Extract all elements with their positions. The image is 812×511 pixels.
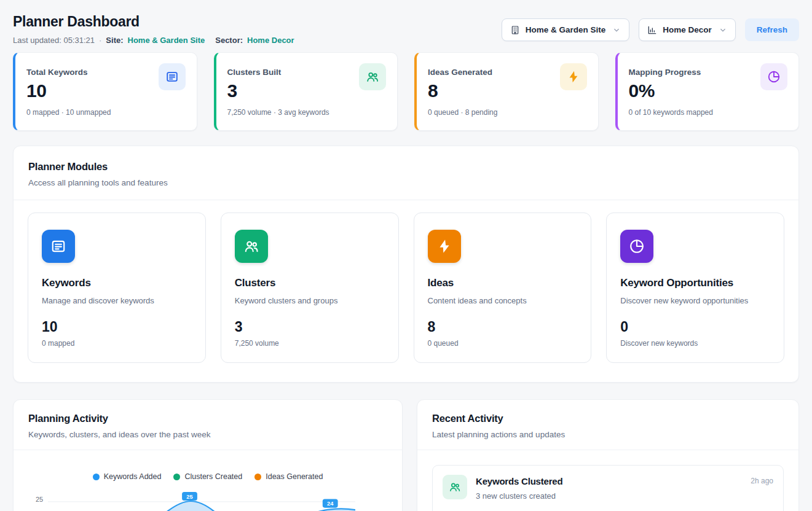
legend-label: Ideas Generated: [266, 472, 323, 481]
module-sub: 7,250 volume: [235, 339, 385, 348]
chevron-down-icon: [612, 26, 621, 34]
last-updated-text: Last updated: 05:31:21: [13, 36, 95, 45]
building-icon: [510, 25, 520, 35]
page-header: Planner Dashboard Last updated: 05:31:21…: [13, 10, 799, 45]
module-desc: Content ideas and concepts: [428, 296, 578, 305]
activity-item-keywords-clustered: Keywords Clustered 3 new clusters create…: [432, 465, 784, 511]
chevron-down-icon: [719, 26, 727, 34]
module-sub: 0 mapped: [42, 339, 192, 348]
module-value: 0: [620, 320, 770, 334]
meta-row: Last updated: 05:31:21 · Site: Home & Ga…: [13, 36, 294, 45]
stat-card-clusters-built: Clusters Built 3 7,250 volume · 3 avg ke…: [214, 52, 398, 131]
modules-grid: Keywords Manage and discover keywords 10…: [14, 200, 798, 382]
planning-activity-panel: Planning Activity Keywords, clusters, an…: [13, 399, 403, 511]
planner-dashboard-page: Planner Dashboard Last updated: 05:31:21…: [0, 0, 812, 511]
activity-list: Keywords Clustered 3 new clusters create…: [417, 450, 798, 511]
module-sub: Discover new keywords: [620, 339, 770, 348]
stats-row: Total Keywords 10 0 mapped · 10 unmapped…: [13, 52, 799, 131]
module-desc: Manage and discover keywords: [42, 296, 192, 305]
module-desc: Keyword clusters and groups: [235, 296, 385, 305]
planning-activity-header: Planning Activity Keywords, clusters, an…: [14, 400, 402, 450]
sector-label: Sector:: [215, 36, 243, 45]
stat-label: Ideas Generated: [428, 68, 492, 77]
activity-title: Keywords Clustered: [476, 476, 562, 486]
module-title: Keyword Opportunities: [620, 277, 770, 289]
module-sub: 0 queued: [428, 339, 578, 348]
area-chart-canvas: 25 24: [48, 483, 355, 511]
planning-activity-title: Planning Activity: [28, 413, 387, 424]
recent-activity-panel: Recent Activity Latest planning actions …: [417, 399, 799, 511]
pie-chart-icon: [620, 230, 653, 263]
planning-activity-subtitle: Keywords, clusters, and ideas over the p…: [28, 430, 387, 439]
site-label: Site:: [106, 36, 123, 45]
stat-label: Mapping Progress: [629, 68, 701, 77]
legend-dot-green: [173, 474, 180, 480]
modules-title: Planner Modules: [28, 161, 784, 173]
svg-text:24: 24: [327, 501, 334, 507]
stat-value: 8: [428, 82, 587, 100]
lightning-bolt-icon: [428, 230, 461, 263]
clusters-icon: [235, 230, 268, 263]
module-title: Keywords: [42, 277, 192, 289]
page-title: Planner Dashboard: [13, 14, 294, 30]
planning-activity-chart: 25 25 24: [14, 483, 402, 511]
sector-selector-dropdown[interactable]: Home Decor: [639, 18, 736, 41]
point-label-badge: 24: [323, 499, 338, 507]
stat-value: 10: [26, 82, 186, 100]
legend-clusters-created: Clusters Created: [173, 472, 242, 481]
module-card-ideas[interactable]: Ideas Content ideas and concepts 8 0 que…: [414, 213, 592, 363]
legend-dot-orange: [254, 474, 261, 480]
clusters-icon: [443, 475, 467, 499]
chart-legend: Keywords Added Clusters Created Ideas Ge…: [14, 472, 402, 481]
modules-header: Planner Modules Access all planning tool…: [14, 146, 798, 200]
modules-subtitle: Access all planning tools and features: [28, 178, 784, 187]
stat-label: Clusters Built: [227, 68, 282, 77]
site-selector-dropdown[interactable]: Home & Garden Site: [502, 18, 630, 41]
module-desc: Discover new keyword opportunities: [620, 296, 770, 305]
legend-ideas-generated: Ideas Generated: [254, 472, 323, 481]
module-title: Clusters: [235, 277, 385, 289]
module-title: Ideas: [428, 277, 578, 289]
activity-body: Keywords Clustered 3 new clusters create…: [476, 475, 562, 501]
stat-sub: 0 queued · 8 pending: [428, 108, 587, 117]
module-value: 10: [42, 320, 192, 334]
module-card-keyword-opportunities[interactable]: Keyword Opportunities Discover new keywo…: [606, 213, 784, 363]
site-link[interactable]: Home & Garden Site: [128, 36, 205, 45]
site-selector-label: Home & Garden Site: [526, 25, 606, 34]
module-card-clusters[interactable]: Clusters Keyword clusters and groups 3 7…: [221, 213, 399, 363]
module-card-keywords[interactable]: Keywords Manage and discover keywords 10…: [28, 213, 206, 363]
stat-sub: 7,250 volume · 3 avg keywords: [227, 108, 387, 117]
refresh-button[interactable]: Refresh: [745, 18, 799, 41]
keywords-icon: [42, 230, 75, 263]
activity-time: 2h ago: [751, 477, 773, 485]
stat-card-ideas-generated: Ideas Generated 8 0 queued · 8 pending: [414, 52, 599, 131]
module-value: 8: [428, 320, 578, 334]
activity-desc: 3 new clusters created: [476, 491, 562, 501]
stat-value: 0%: [629, 82, 788, 100]
legend-dot-blue: [93, 474, 100, 480]
stat-sub: 0 mapped · 10 unmapped: [26, 108, 186, 117]
sector-selector-label: Home Decor: [663, 25, 712, 34]
legend-label: Clusters Created: [184, 472, 242, 481]
stat-card-mapping-progress: Mapping Progress 0% 0 of 10 keywords map…: [615, 52, 800, 131]
stat-card-total-keywords: Total Keywords 10 0 mapped · 10 unmapped: [13, 52, 197, 131]
module-value: 3: [235, 320, 385, 334]
planner-modules-section: Planner Modules Access all planning tool…: [13, 146, 799, 383]
header-left: Planner Dashboard Last updated: 05:31:21…: [13, 10, 294, 45]
stat-sub: 0 of 10 keywords mapped: [629, 108, 788, 117]
y-axis-tick: 25: [36, 496, 43, 503]
stat-value: 3: [227, 82, 387, 100]
legend-keywords-added: Keywords Added: [93, 472, 162, 481]
svg-text:25: 25: [186, 494, 192, 500]
stat-label: Total Keywords: [26, 68, 88, 77]
legend-label: Keywords Added: [104, 472, 162, 481]
point-label-badge: 25: [182, 492, 197, 501]
separator-dot: ·: [99, 36, 101, 45]
header-controls: Home & Garden Site Home Decor Refresh: [502, 18, 799, 41]
recent-activity-subtitle: Latest planning actions and updates: [432, 430, 784, 439]
bottom-row: Planning Activity Keywords, clusters, an…: [13, 399, 799, 511]
recent-activity-header: Recent Activity Latest planning actions …: [417, 400, 798, 450]
bar-chart-icon: [647, 25, 657, 35]
recent-activity-title: Recent Activity: [432, 413, 784, 424]
sector-link[interactable]: Home Decor: [247, 36, 294, 45]
